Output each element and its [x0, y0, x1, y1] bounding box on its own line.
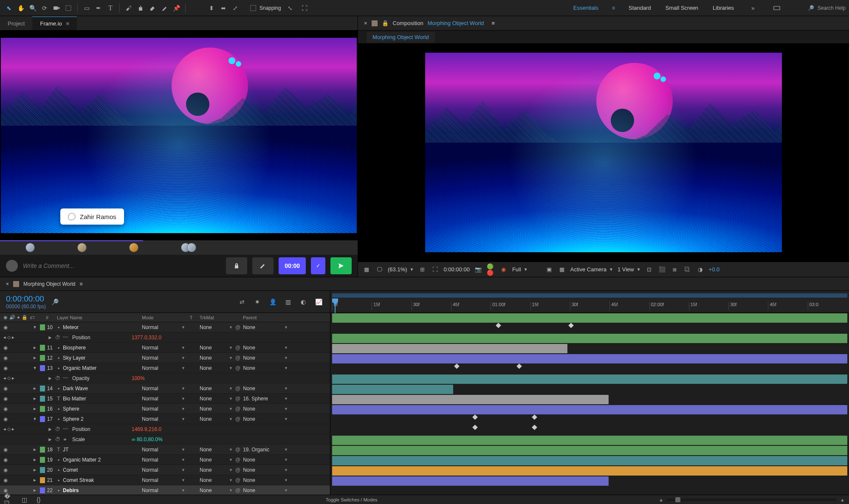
exposure-value[interactable]: +0.0	[709, 266, 720, 273]
layer-name[interactable]: Dark Wave	[63, 386, 139, 391]
pixel-aspect-icon[interactable]: ⊡	[645, 265, 654, 274]
twirl-arrow-icon[interactable]: ►	[48, 436, 53, 442]
track-matte-dropdown[interactable]: None▼	[197, 406, 233, 412]
region-tool-icon[interactable]	[63, 3, 74, 14]
visibility-toggle-icon[interactable]: ◉	[3, 324, 8, 330]
frameio-preview[interactable]: Zahir Ramos	[0, 31, 358, 240]
layer-duration-bar[interactable]	[332, 385, 453, 394]
timeline-icon[interactable]: ≣	[671, 265, 679, 274]
visibility-toggle-icon[interactable]: ◉	[3, 396, 8, 402]
blend-mode-dropdown[interactable]: Normal▼	[139, 467, 185, 473]
layer-duration-bar[interactable]	[332, 466, 847, 476]
panel-menu-icon[interactable]: ≡	[492, 20, 495, 26]
blend-mode-dropdown[interactable]: Normal▼	[139, 406, 185, 412]
timeline-ruler[interactable]: 0f15f30f45f01:00f15f30f45f02:00f15f30f45…	[330, 291, 849, 313]
lock-icon[interactable]: 🔒	[382, 20, 389, 26]
timeline-track-area[interactable]	[330, 313, 849, 495]
col-t[interactable]: T	[185, 315, 197, 320]
col-number[interactable]: #	[40, 315, 54, 320]
blend-mode-dropdown[interactable]: Normal▼	[139, 396, 185, 402]
track-matte-dropdown[interactable]: None▼	[197, 386, 233, 391]
property-value[interactable]: 1377.0,332.0	[132, 335, 161, 341]
graph-icon[interactable]: 〰	[63, 335, 68, 341]
next-keyframe-icon[interactable]: ▸	[12, 375, 14, 381]
layer-duration-bar[interactable]	[332, 354, 847, 363]
layer-row[interactable]: ◉►19▪Organic Matter 2Normal▼None▼@None▼	[0, 455, 330, 465]
orbit-tool-icon[interactable]: ⟳	[39, 3, 50, 14]
close-icon[interactable]: ×	[364, 20, 367, 26]
layer-duration-bar[interactable]	[332, 313, 847, 323]
property-value[interactable]: 100%	[132, 375, 145, 381]
blend-mode-dropdown[interactable]: Normal▼	[139, 365, 185, 371]
roto-brush-tool-icon[interactable]	[159, 3, 170, 14]
workspace-libraries[interactable]: Libraries	[712, 3, 735, 13]
blend-mode-dropdown[interactable]: Normal▼	[139, 386, 185, 391]
composition-viewer[interactable]	[358, 43, 849, 262]
layer-duration-bar[interactable]	[332, 436, 847, 445]
layer-row[interactable]: ◉►22▪DebirsNormal▼None▼@None▼	[0, 485, 330, 495]
track-matte-dropdown[interactable]: None▼	[197, 355, 233, 361]
layer-name[interactable]: Bio Matter	[63, 396, 139, 402]
layer-row[interactable]: ◉►16▪SphereNormal▼None▼@None▼	[0, 404, 330, 414]
blend-mode-dropdown[interactable]: Normal▼	[139, 477, 185, 483]
layer-row[interactable]: ◉►20▪CometNormal▼None▼@None▼	[0, 465, 330, 475]
playhead[interactable]	[332, 298, 338, 314]
pickwhip-icon[interactable]: @	[235, 365, 240, 371]
panel-menu-icon[interactable]: ≡	[80, 281, 83, 287]
parent-dropdown[interactable]: @None▼	[233, 487, 288, 493]
roi-icon[interactable]: ▣	[545, 265, 553, 274]
avatar[interactable]	[187, 243, 196, 252]
track-matte-dropdown[interactable]: None▼	[197, 457, 233, 463]
parent-dropdown[interactable]: @None▼	[233, 477, 288, 483]
col-trkmat[interactable]: TrkMat	[197, 315, 233, 320]
guides-icon[interactable]: ⛶	[431, 265, 439, 274]
timestamp-toggle[interactable]: ✓	[311, 257, 325, 274]
layer-duration-bar[interactable]	[332, 334, 847, 343]
layer-row[interactable]: ◉►15TBio MatterNormal▼None▼@16. Sphere▼	[0, 394, 330, 404]
pickwhip-icon[interactable]: @	[235, 345, 240, 351]
blend-mode-dropdown[interactable]: Normal▼	[139, 487, 185, 493]
property-value[interactable]: ∞ 80.0,80.0%	[132, 436, 163, 442]
col-layer-name[interactable]: Layer Name	[54, 315, 139, 320]
twirl-arrow-icon[interactable]: ►	[48, 426, 53, 432]
zoom-level[interactable]: (63.1%)	[388, 266, 407, 273]
add-keyframe-icon[interactable]: ◇	[7, 375, 11, 381]
add-keyframe-icon[interactable]: ◇	[7, 335, 11, 340]
layer-color-label[interactable]	[40, 477, 45, 483]
keyframe-icon[interactable]	[454, 363, 460, 369]
blend-mode-dropdown[interactable]: Normal▼	[139, 457, 185, 463]
close-icon[interactable]: ×	[6, 281, 9, 287]
property-row[interactable]: ◂◇▸►⏱〰Position1377.0,332.0	[0, 332, 330, 343]
layer-color-label[interactable]	[40, 345, 45, 351]
twirl-arrow-icon[interactable]: ►	[30, 345, 40, 350]
parent-dropdown[interactable]: @None▼	[233, 467, 288, 473]
stopwatch-icon[interactable]: ⏱	[55, 436, 60, 442]
layer-row[interactable]: ◉►11▪BiosphereNormal▼None▼@None▼	[0, 343, 330, 353]
pickwhip-icon[interactable]: @	[235, 416, 240, 422]
twirl-arrow-icon[interactable]: ►	[30, 396, 40, 401]
workspace-standard[interactable]: Standard	[628, 3, 652, 13]
blend-mode-dropdown[interactable]: Normal▼	[139, 355, 185, 361]
pen-tool-icon[interactable]: ✒	[93, 3, 104, 14]
visibility-toggle-icon[interactable]: ◉	[3, 386, 8, 391]
parent-dropdown[interactable]: @None▼	[233, 324, 288, 330]
visibility-toggle-icon[interactable]: ◉	[3, 447, 8, 453]
snapping-checkbox[interactable]	[250, 5, 256, 11]
col-mode[interactable]: Mode	[139, 315, 185, 320]
layer-duration-bar[interactable]	[332, 374, 847, 384]
timeline-zoom-slider[interactable]	[667, 498, 837, 501]
parent-dropdown[interactable]: @None▼	[233, 355, 288, 361]
twirl-arrow-icon[interactable]: ▼	[30, 366, 40, 370]
layer-duration-bar[interactable]	[332, 446, 847, 455]
flowchart-icon[interactable]: ⿻	[683, 265, 692, 274]
property-row[interactable]: ►⏱⚭Scale∞ 80.0,80.0%	[0, 434, 330, 445]
pickwhip-icon[interactable]: @	[235, 406, 240, 412]
comp-mini-flowchart-icon[interactable]: ⇄	[237, 296, 248, 307]
comp-timecode[interactable]: 0:00:00:00	[443, 266, 469, 273]
visibility-toggle-icon[interactable]: ◉	[3, 365, 8, 371]
layer-duration-bar[interactable]	[332, 476, 609, 486]
keyframe-icon[interactable]	[472, 414, 478, 420]
lock-button[interactable]	[226, 257, 247, 274]
blend-mode-dropdown[interactable]: Normal▼	[139, 447, 185, 453]
visibility-toggle-icon[interactable]: ◉	[3, 406, 8, 412]
